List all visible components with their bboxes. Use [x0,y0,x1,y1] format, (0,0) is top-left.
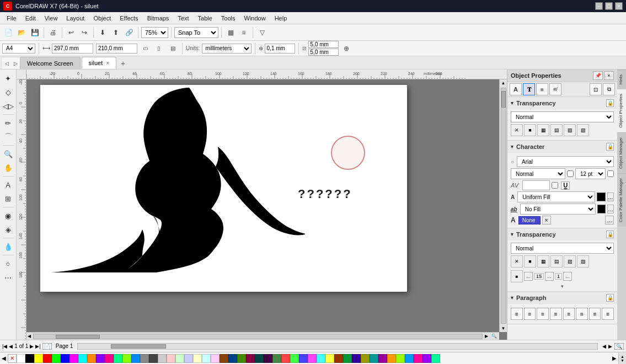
palette-color-swatch[interactable] [299,354,308,363]
panel-tab-misc-icon[interactable]: #/ [549,83,561,95]
paper-size-combo[interactable]: A4 [2,44,35,53]
palette-color-swatch[interactable] [431,354,440,363]
scroll-right-btn[interactable]: ▶ [484,333,489,339]
zoom-tool[interactable]: 🔍 [2,147,15,160]
panel-tab-font-icon[interactable]: 𝐓 [523,83,535,95]
next-scroll-btn[interactable]: ▶ [608,344,612,349]
zoom-status-btn[interactable]: 🔍 [614,343,624,350]
page-canvas[interactable]: ?????? [40,85,407,292]
bg-fill-combo[interactable]: No Fill [520,204,596,215]
align-center-btn[interactable]: ≡ [524,308,536,320]
import-button[interactable]: ⬇ [97,26,109,39]
palette-color-swatch[interactable] [17,354,25,363]
tab-nav-right[interactable]: ▷ [11,58,20,69]
trans2-none-icon[interactable]: ✕ [511,255,523,267]
close-button[interactable]: × [615,2,623,10]
question-marks-text[interactable]: ?????? [298,187,352,201]
smart-draw-tool[interactable]: ⌒ [2,130,15,143]
redo-button[interactable]: ↪ [78,26,90,39]
palette-color-swatch[interactable] [272,354,281,363]
open-button[interactable]: 📂 [15,26,28,39]
page-first-btn[interactable]: |◀ [2,344,7,349]
trans-none-icon[interactable]: ✕ [511,124,523,136]
palette-color-swatch[interactable] [308,354,317,363]
page-settings-btn[interactable]: ▤ [167,42,179,55]
outline-value-tag[interactable]: None [518,216,541,224]
landscape-btn[interactable]: ▯ [153,42,165,55]
window-controls[interactable]: – □ × [595,2,623,10]
vscroll[interactable]: ▲ ▼ [499,79,507,332]
trans2-texture-icon[interactable]: ▧ [564,255,576,267]
palette-color-swatch[interactable] [317,354,325,363]
font-style-combo[interactable]: Normal [511,168,565,179]
hints-tab[interactable]: Hints [617,69,626,89]
trans-uniform-icon[interactable]: ■ [524,124,536,136]
palette-color-swatch[interactable] [34,354,43,363]
no-color-swatch[interactable]: ✕ [8,354,17,363]
menu-edit[interactable]: Edit [21,14,40,23]
menu-window[interactable]: Window [240,14,270,23]
palette-expand-btn[interactable]: ▲ ▼ [618,353,626,364]
palette-color-swatch[interactable] [149,354,158,363]
palette-color-swatch[interactable] [290,354,299,363]
hscroll-track[interactable] [33,334,483,339]
para-lock-btn[interactable]: 🔒 [606,294,614,302]
palette-color-swatch[interactable] [158,354,167,363]
palette-color-swatch[interactable] [264,354,272,363]
indent-right-btn[interactable]: ≡ [602,308,614,320]
palette-color-swatch[interactable] [69,354,78,363]
scroll-down-btn[interactable]: ▼ [500,325,507,332]
char-lock-btn[interactable]: 🔒 [606,143,614,151]
underline-btn[interactable]: U̲ [561,181,570,190]
palette-color-swatch[interactable] [184,354,193,363]
palette-color-swatch[interactable] [78,354,87,363]
trans-expand-btn[interactable]: ▾ [561,283,564,289]
palette-color-swatch[interactable] [246,354,255,363]
palette-color-swatch[interactable] [167,354,175,363]
palette-color-swatch[interactable] [334,354,343,363]
tab-close-icon[interactable]: × [106,60,109,66]
add-page-btn[interactable]: ⊕ [340,42,352,55]
character-header[interactable]: ▾ Character 🔒 [507,141,617,153]
palette-color-swatch[interactable] [396,354,405,363]
hscroll-bottom[interactable] [77,343,598,350]
scroll-up-btn[interactable]: ▲ [500,79,507,87]
menu-help[interactable]: Help [270,14,292,23]
bg-fill-swatch[interactable] [597,205,606,213]
paragraph-header[interactable]: ▾ Paragraph 🔒 [507,292,617,304]
hscroll-thumb[interactable] [56,335,100,339]
palette-color-swatch[interactable] [114,354,122,363]
palette-color-swatch[interactable] [122,354,131,363]
object-manager-tab[interactable]: Object Manager [617,132,626,173]
eyedropper-tool[interactable]: 💧 [2,240,15,253]
undo-button[interactable]: ↩ [65,26,77,39]
page-last-btn[interactable]: ▶| [35,344,40,349]
tab-siluet[interactable]: siluet × [82,57,117,69]
palette-color-swatch[interactable] [25,354,34,363]
scroll-left-btn[interactable]: ◀ [26,333,32,339]
trans-pattern-icon[interactable]: ▤ [550,124,563,136]
options-btn[interactable]: ▽ [256,26,268,39]
dup-h-input[interactable] [308,41,339,48]
trans2-pattern-icon[interactable]: ▤ [550,255,563,267]
nudge-input[interactable] [265,44,295,53]
palette-color-swatch[interactable] [361,354,370,363]
palette-color-swatch[interactable] [140,354,149,363]
zoom-combo[interactable]: 75% [141,27,168,38]
transparency-lock-btn-2[interactable]: 🔒 [606,231,614,238]
font-checkbox[interactable] [567,170,574,177]
trans-sub-icon1[interactable]: ■ [511,270,523,282]
panel-expand-btn[interactable]: ⧉ [603,83,615,95]
palette-color-swatch[interactable] [281,354,290,363]
palette-color-swatch[interactable] [211,354,220,363]
page-height-input[interactable] [96,44,137,53]
transparency-mode-combo-2[interactable]: Normal [511,243,614,254]
fill-tool[interactable]: ◉ [2,209,15,222]
align-btn[interactable]: ≡ [238,26,250,39]
font-size-checkbox[interactable] [607,170,614,177]
new-button[interactable]: 📄 [2,26,14,39]
palette-color-swatch[interactable] [52,354,61,363]
menu-file[interactable]: File [2,14,21,23]
menu-object[interactable]: Object [89,14,115,23]
palette-scroll-right[interactable]: ▶ [611,353,618,364]
